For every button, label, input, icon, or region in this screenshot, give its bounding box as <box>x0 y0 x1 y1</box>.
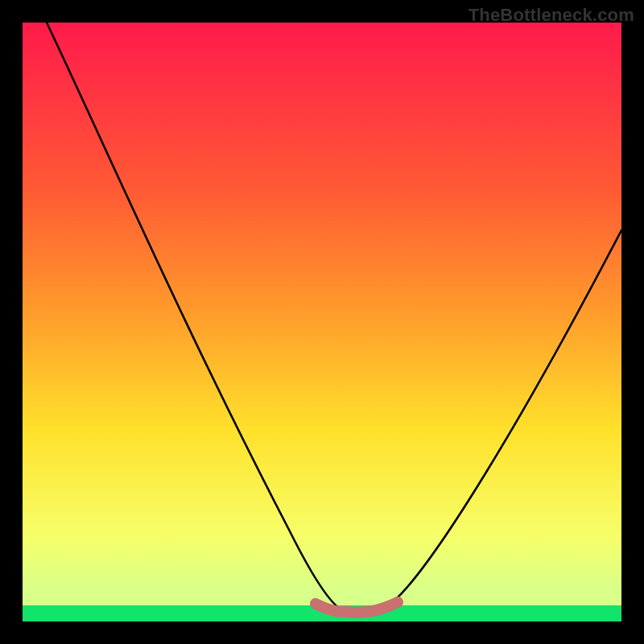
watermark-text: TheBottleneck.com <box>469 5 634 26</box>
bottleneck-chart <box>0 0 644 644</box>
chart-container: TheBottleneck.com <box>0 0 644 644</box>
plot-area <box>23 23 621 621</box>
